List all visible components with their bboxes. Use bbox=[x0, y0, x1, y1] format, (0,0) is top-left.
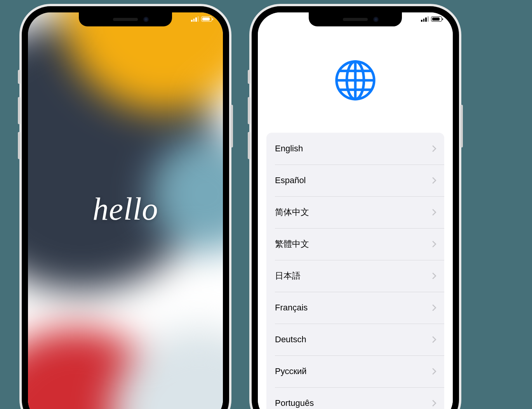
chevron-right-icon bbox=[432, 400, 436, 407]
language-list: English Español 简体中文 繁體中文 bbox=[266, 133, 444, 409]
notch bbox=[309, 12, 402, 26]
language-item-deutsch[interactable]: Deutsch bbox=[266, 324, 444, 355]
speaker-grill bbox=[113, 18, 138, 21]
language-label: Français bbox=[275, 303, 308, 313]
language-label: 日本語 bbox=[275, 270, 301, 282]
battery-icon bbox=[431, 16, 442, 22]
language-item-russian[interactable]: Русский bbox=[266, 355, 444, 387]
language-label: Português bbox=[275, 398, 314, 408]
language-label: 简体中文 bbox=[275, 206, 309, 218]
notch bbox=[79, 12, 172, 26]
globe-icon bbox=[334, 59, 377, 102]
language-item-traditional-chinese[interactable]: 繁體中文 bbox=[266, 228, 444, 260]
hello-greeting: hello bbox=[93, 191, 158, 227]
speaker-grill bbox=[343, 18, 368, 21]
language-item-japanese[interactable]: 日本語 bbox=[266, 260, 444, 292]
status-bar bbox=[191, 16, 212, 22]
language-select-screen: English Español 简体中文 繁體中文 bbox=[258, 12, 453, 409]
volume-up-button bbox=[18, 97, 20, 124]
language-item-francais[interactable]: Français bbox=[266, 292, 444, 324]
chevron-right-icon bbox=[432, 145, 436, 152]
language-item-english[interactable]: English bbox=[266, 133, 444, 165]
language-item-simplified-chinese[interactable]: 简体中文 bbox=[266, 196, 444, 228]
battery-icon bbox=[201, 16, 212, 22]
cellular-signal-icon bbox=[191, 16, 199, 22]
language-label: Español bbox=[275, 175, 306, 185]
cellular-signal-icon bbox=[421, 16, 429, 22]
front-camera bbox=[143, 17, 149, 22]
silence-switch bbox=[248, 70, 250, 84]
phone-mockup-language: English Español 简体中文 繁體中文 bbox=[249, 4, 461, 409]
language-label: English bbox=[275, 144, 303, 154]
chevron-right-icon bbox=[432, 336, 436, 343]
chevron-right-icon bbox=[432, 304, 436, 311]
volume-down-button bbox=[18, 132, 20, 159]
chevron-right-icon bbox=[432, 177, 436, 184]
language-item-portugues[interactable]: Português bbox=[266, 387, 444, 409]
chevron-right-icon bbox=[432, 241, 436, 248]
chevron-right-icon bbox=[432, 368, 436, 375]
language-label: Русский bbox=[275, 366, 307, 376]
chevron-right-icon bbox=[432, 209, 436, 216]
power-button bbox=[461, 105, 463, 147]
front-camera bbox=[373, 17, 379, 22]
status-bar bbox=[421, 16, 442, 22]
language-label: Deutsch bbox=[275, 334, 306, 345]
volume-down-button bbox=[248, 132, 250, 159]
hello-screen[interactable]: hello bbox=[28, 12, 223, 409]
language-label: 繁體中文 bbox=[275, 238, 309, 250]
chevron-right-icon bbox=[432, 272, 436, 279]
power-button bbox=[231, 105, 233, 147]
silence-switch bbox=[18, 70, 20, 84]
language-item-espanol[interactable]: Español bbox=[266, 165, 444, 196]
volume-up-button bbox=[248, 97, 250, 124]
phone-mockup-hello: hello bbox=[19, 4, 231, 409]
